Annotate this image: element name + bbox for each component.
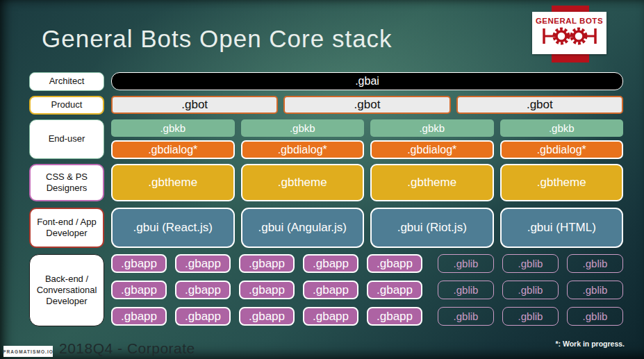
gbtheme-box: .gbtheme — [500, 164, 624, 201]
gears-icon — [540, 26, 599, 49]
gbtheme-box: .gbtheme — [370, 164, 494, 201]
gblib-box: .gblib — [502, 307, 559, 326]
label-end-user: End-user — [29, 119, 104, 159]
gblib-box: .gblib — [438, 281, 494, 299]
gbtheme-row: .gbtheme .gbtheme .gbtheme .gbtheme — [111, 164, 623, 201]
label-css-ps-designers: CSS & PS Designers — [29, 164, 104, 201]
gbapp-box: .gbapp — [239, 254, 295, 273]
backend-row: .gbapp .gbapp .gbapp .gbapp .gbapp .gbli… — [111, 281, 623, 299]
gbapp-box: .gbapp — [367, 254, 422, 273]
gbapp-box: .gbapp — [175, 307, 231, 326]
gbot-row: .gbot .gbot .gbot — [111, 96, 623, 114]
gbai-row: .gbai — [111, 72, 623, 90]
page-title: General Bots Open Core stack — [42, 25, 393, 53]
logo-text: GENERAL BOTS — [536, 17, 603, 25]
pragmatismo-logo: PRAGMATISMO.IO — [3, 346, 53, 357]
gblib-box: .gblib — [567, 254, 623, 273]
backend-row: .gbapp .gbapp .gbapp .gbapp .gbapp .gbli… — [111, 307, 623, 326]
gbapp-box: .gbapp — [175, 281, 231, 299]
gbapp-box: .gbapp — [111, 254, 167, 273]
gbai-box: .gbai — [111, 72, 623, 90]
gblib-box: .gblib — [502, 254, 559, 273]
gbdialog-box: .gbdialog* — [241, 140, 365, 159]
gblib-box: .gblib — [502, 281, 559, 299]
gbapp-box: .gbapp — [239, 307, 295, 326]
gbkb-row: .gbkb .gbkb .gbkb .gbkb — [111, 119, 623, 137]
gbkb-box: .gbkb — [111, 119, 235, 137]
gbui-html-box: .gbui (HTML) — [500, 208, 624, 248]
gbkb-box: .gbkb — [370, 119, 494, 137]
gbot-box: .gbot — [111, 96, 278, 114]
gbapp-box: .gbapp — [111, 281, 167, 299]
gbapp-box: .gbapp — [303, 281, 358, 299]
gblib-box: .gblib — [567, 307, 623, 326]
gbapp-box: .gbapp — [111, 307, 167, 326]
gbapp-box: .gbapp — [303, 307, 358, 326]
label-product: Product — [29, 96, 104, 115]
gblib-box: .gblib — [438, 254, 494, 273]
gbkb-box: .gbkb — [241, 119, 365, 137]
gbapp-box: .gbapp — [175, 254, 231, 273]
footer-caption: 2018Q4 - Corporate — [59, 340, 195, 357]
gblib-box: .gblib — [567, 281, 623, 299]
label-architect: Architect — [29, 72, 104, 91]
gbot-box: .gbot — [283, 96, 450, 114]
gbui-angular-box: .gbui (Angular.js) — [241, 208, 365, 248]
gbapp-box: .gbapp — [367, 281, 422, 299]
gbui-row: .gbui (React.js) .gbui (Angular.js) .gbu… — [111, 208, 623, 248]
general-bots-logo: GENERAL BOTS — [532, 12, 606, 54]
slide: General Bots Open Core stack GENERAL BOT… — [0, 0, 644, 359]
gbtheme-box: .gbtheme — [111, 164, 235, 201]
gbui-riot-box: .gbui (Riot.js) — [370, 208, 494, 248]
gbkb-box: .gbkb — [500, 119, 624, 137]
gblib-box: .gblib — [438, 307, 494, 326]
label-frontend-app-developer: Font-end / App Developer — [29, 208, 104, 248]
work-in-progress-note: *: Work in progress. — [555, 340, 625, 348]
gbot-box: .gbot — [456, 96, 623, 114]
gbdialog-box: .gbdialog* — [370, 140, 494, 159]
gbtheme-box: .gbtheme — [241, 164, 365, 201]
label-backend-conversational-developer: Back-end / Conversational Developer — [29, 254, 104, 326]
backend-row: .gbapp .gbapp .gbapp .gbapp .gbapp .gbli… — [111, 254, 623, 273]
gbapp-box: .gbapp — [239, 281, 295, 299]
gbapp-box: .gbapp — [303, 254, 358, 273]
gbdialog-box: .gbdialog* — [500, 140, 624, 159]
gbdialog-row: .gbdialog* .gbdialog* .gbdialog* .gbdial… — [111, 140, 623, 159]
gbapp-box: .gbapp — [367, 307, 422, 326]
gbdialog-box: .gbdialog* — [111, 140, 235, 159]
gbui-react-box: .gbui (React.js) — [111, 208, 235, 248]
